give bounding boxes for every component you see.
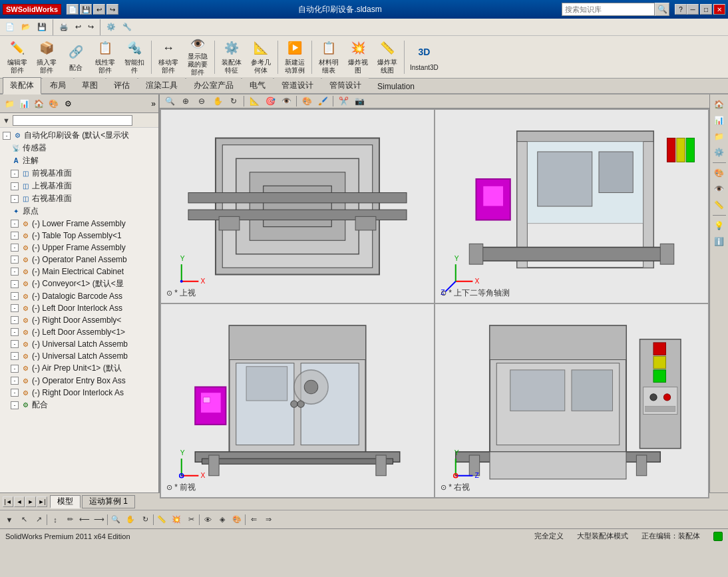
camera-btn[interactable]: 📷 bbox=[352, 95, 367, 108]
align-btn[interactable]: ⇐ bbox=[247, 513, 260, 526]
tree-expand-main-electrical[interactable]: - bbox=[11, 268, 19, 276]
tree-item-mates[interactable]: - ⚙ 配合 bbox=[0, 399, 158, 411]
tree-item-right-door-assembly[interactable]: - ⚙ (-) Right Door Assembly< bbox=[0, 314, 158, 326]
right-settings-btn[interactable]: ⚙️ bbox=[712, 145, 727, 160]
tab-motion[interactable]: 运动算例 1 bbox=[82, 495, 135, 508]
panel-btn-1[interactable]: 📁 bbox=[3, 97, 16, 110]
tab-sketch[interactable]: 草图 bbox=[75, 77, 105, 93]
tree-item-universal-latch-2[interactable]: - ⚙ (-) Universal Latch Assemb bbox=[0, 350, 158, 362]
display-style-btn[interactable]: 🎨 bbox=[299, 95, 314, 108]
tree-item-universal-latch-1[interactable]: - ⚙ (-) Universal Latch Assemb bbox=[0, 338, 158, 350]
right-view-btn[interactable]: 👁️ bbox=[712, 182, 727, 196]
tree-expand-lower-frame[interactable]: - bbox=[11, 220, 19, 228]
tree-item-lower-frame[interactable]: - ⚙ (-) Lower Frame Assembly bbox=[0, 218, 158, 230]
tree-expand-table-top[interactable]: - bbox=[11, 232, 19, 240]
zoom-tool-btn[interactable]: 🔍 bbox=[109, 513, 122, 526]
viewport-iso-view[interactable]: X Y Z ⊙ * 上下二等角轴测 bbox=[435, 110, 708, 303]
zoom-out-btn[interactable]: ⊖ bbox=[194, 95, 209, 108]
search-input[interactable] bbox=[562, 3, 655, 16]
tree-expand-left-door-interlock[interactable]: - bbox=[11, 304, 19, 312]
instant3d-btn[interactable]: 3D Instant3D bbox=[407, 38, 442, 77]
ref-geometry-btn[interactable]: 📐 参考几何体 bbox=[246, 38, 275, 77]
tree-item-air-prep[interactable]: - ⚙ (-) Air Prep Unit<1> (默认 bbox=[0, 362, 158, 375]
hide-show-btn[interactable]: 👁️ bbox=[279, 95, 293, 108]
tab-pipe[interactable]: 管道设计 bbox=[274, 77, 321, 93]
right-color-btn[interactable]: 🎨 bbox=[712, 166, 727, 180]
tree-item-left-door-assembly[interactable]: - ⚙ (-) Left Door Assembly<1> bbox=[0, 326, 158, 338]
toolbar-btn-1[interactable]: 📄 bbox=[67, 4, 79, 15]
viewport-front-view[interactable]: X Y ⊙ * 前视 bbox=[161, 304, 434, 497]
pan-tool-btn[interactable]: ✋ bbox=[124, 513, 137, 526]
right-home-btn[interactable]: 🏠 bbox=[712, 97, 727, 112]
explode-btn[interactable]: 💥 bbox=[170, 513, 183, 526]
mate-btn[interactable]: 🔗 配合 bbox=[61, 38, 91, 77]
tree-item-annotations[interactable]: A 注解 bbox=[0, 154, 158, 167]
panel-btn-2[interactable]: 📊 bbox=[17, 97, 31, 110]
linear-part-btn[interactable]: 📋 线性零部件 bbox=[91, 38, 120, 77]
tree-item-sensors[interactable]: 📡 传感器 bbox=[0, 142, 158, 154]
section-view-btn[interactable]: ✂️ bbox=[336, 95, 351, 108]
move-part-btn[interactable]: ↔️ 移动零部件 bbox=[154, 38, 183, 77]
tree-item-origin[interactable]: ✦ 原点 bbox=[0, 205, 158, 218]
search-button[interactable]: 🔍 bbox=[655, 3, 669, 16]
print-btn[interactable]: 🖨️ bbox=[57, 20, 71, 35]
explode-sketch-btn[interactable]: 📏 爆炸草线图 bbox=[373, 38, 402, 77]
standard-views-btn[interactable]: 📐 bbox=[247, 95, 262, 108]
tab-nav-prev[interactable]: ◄ bbox=[14, 496, 25, 507]
panel-btn-5[interactable]: ⚙ bbox=[61, 97, 75, 110]
right-chart-btn[interactable]: 📊 bbox=[712, 113, 727, 128]
tree-item-front-plane[interactable]: - ◫ 前视基准面 bbox=[0, 167, 158, 180]
tree-expand-left-door-assembly[interactable]: - bbox=[11, 328, 19, 336]
tree-expand-conveyor[interactable]: - bbox=[11, 280, 19, 288]
tree-expand-right-plane[interactable]: - bbox=[11, 195, 19, 203]
zoom-in-btn[interactable]: ⊕ bbox=[178, 95, 193, 108]
tab-tube[interactable]: 管筒设计 bbox=[322, 77, 369, 93]
tree-expand-mates[interactable]: - bbox=[11, 401, 19, 409]
tree-filter-input[interactable] bbox=[13, 115, 132, 126]
tree-expand-operator-panel[interactable]: - bbox=[11, 256, 19, 264]
transparency-btn[interactable]: ◈ bbox=[216, 513, 229, 526]
help-btn[interactable]: ? bbox=[675, 4, 687, 15]
tree-root[interactable]: - ⚙ 自动化印刷设备 (默认<显示状 bbox=[0, 129, 158, 142]
tree-expand-root[interactable]: - bbox=[3, 132, 11, 140]
zoom-to-fit-btn[interactable]: 🔍 bbox=[162, 95, 177, 108]
tab-electrical[interactable]: 电气 bbox=[242, 77, 273, 93]
tree-item-operator-panel[interactable]: - ⚙ (-) Operator Panel Assemb bbox=[0, 254, 158, 266]
close-button[interactable]: ✕ bbox=[713, 4, 725, 15]
assembly-feature-btn[interactable]: ⚙️ 装配体特征 bbox=[217, 38, 246, 77]
smart-fastener-btn[interactable]: 🔩 智能扣件 bbox=[120, 38, 149, 77]
tree-item-table-top[interactable]: - ⚙ (-) Table Top Assembly<1 bbox=[0, 230, 158, 242]
bom-btn[interactable]: 📋 材料明细表 bbox=[314, 38, 343, 77]
rel-tool-btn[interactable]: ⟶ bbox=[92, 513, 106, 526]
tree-item-right-door-interlock[interactable]: - ⚙ (-) Right Door Interlock As bbox=[0, 387, 158, 399]
save-btn[interactable]: 💾 bbox=[35, 20, 49, 35]
cursor-btn[interactable]: ↕ bbox=[49, 513, 62, 526]
tab-model[interactable]: 模型 bbox=[50, 495, 81, 508]
right-folder-btn[interactable]: 📁 bbox=[712, 129, 727, 144]
hide-btn[interactable]: 👁 bbox=[201, 513, 214, 526]
tab-layout[interactable]: 布局 bbox=[43, 77, 73, 93]
align2-btn[interactable]: ⇒ bbox=[262, 513, 275, 526]
open-btn[interactable]: 📂 bbox=[19, 20, 33, 35]
panel-btn-4[interactable]: 🎨 bbox=[47, 97, 60, 110]
right-measure-btn[interactable]: 📏 bbox=[712, 198, 727, 212]
explode-view-btn[interactable]: 💥 爆炸视图 bbox=[343, 38, 373, 77]
tree-expand-operator-entry[interactable]: - bbox=[11, 377, 19, 385]
panel-btn-3[interactable]: 🏠 bbox=[32, 97, 45, 110]
tree-expand-datalogic[interactable]: - bbox=[11, 292, 19, 300]
view-orient-btn[interactable]: 🎯 bbox=[263, 95, 277, 108]
tree-expand-right-door-interlock[interactable]: - bbox=[11, 389, 19, 397]
undo-btn[interactable]: ↩ bbox=[73, 20, 84, 35]
dim-tool-btn[interactable]: ⟵ bbox=[78, 513, 91, 526]
tree-item-datalogic[interactable]: - ⚙ (-) Datalogic Barcode Ass bbox=[0, 290, 158, 302]
sketch-tool-btn[interactable]: ✏ bbox=[63, 513, 77, 526]
new-btn[interactable]: 📄 bbox=[3, 20, 17, 35]
toolbar-btn-4[interactable]: ↪ bbox=[106, 4, 118, 15]
show-hidden-btn[interactable]: 👁️ 显示隐藏的要部件 bbox=[183, 38, 212, 77]
select-btn[interactable]: ↖ bbox=[17, 513, 31, 526]
tree-item-main-electrical[interactable]: - ⚙ (-) Main Electrical Cabinet bbox=[0, 266, 158, 278]
panel-collapse-btn[interactable]: » bbox=[151, 99, 156, 108]
new-motion-btn[interactable]: ▶️ 新建运动算例 bbox=[280, 38, 309, 77]
tree-item-upper-frame[interactable]: - ⚙ (-) Upper Frame Assembly bbox=[0, 242, 158, 254]
tab-nav-first[interactable]: |◄ bbox=[3, 496, 13, 507]
